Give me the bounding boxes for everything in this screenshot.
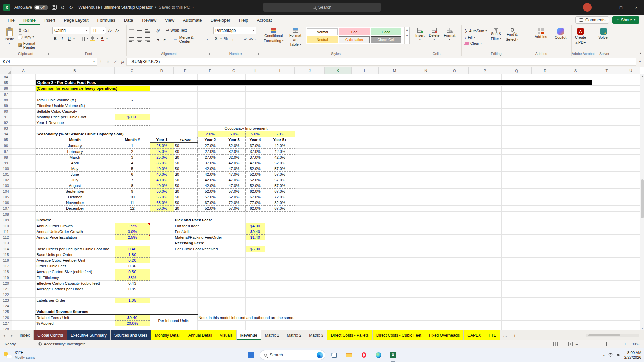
cell-I124[interactable] [265,303,295,309]
collapse-ribbon-button[interactable]: ▴ [640,51,641,55]
cell-H99[interactable]: 47.0% [245,160,265,166]
cell-E124[interactable] [174,303,197,309]
cell-T107[interactable] [592,206,622,212]
document-title[interactable]: Warehouse Fulfillment Startup Operator •… [78,5,194,10]
cell-H127[interactable] [245,321,265,326]
increase-indent-button[interactable]: ▸ [162,36,168,42]
cell-D119[interactable] [150,275,174,281]
cell-U125[interactable] [622,309,640,315]
cell-U115[interactable] [622,252,640,258]
wifi-icon[interactable] [608,353,613,357]
column-header-F[interactable]: F [197,67,223,74]
cell-T102[interactable] [592,177,622,183]
name-box-dropdown-icon[interactable]: ▾ [93,60,95,63]
cell-D108[interactable] [150,212,174,217]
column-header-J[interactable]: J [295,67,325,74]
cell-U118[interactable] [622,269,640,275]
cell-I116[interactable] [265,258,295,263]
cell-S97[interactable] [559,149,592,155]
cell-P110[interactable] [469,223,501,229]
cell-U96[interactable] [622,143,640,149]
cell-N114[interactable] [411,246,441,252]
cell-G104[interactable]: 57.0% [223,189,245,194]
cell-A125[interactable] [12,309,35,315]
cell-J105[interactable] [295,194,325,200]
number-format-select[interactable]: Percentage▾ [213,27,256,34]
cell-H116[interactable] [245,258,265,263]
sheet-tab-direct-costs-pallets[interactable]: Direct Costs - Pallets [327,330,373,340]
cell-R111[interactable] [532,229,559,235]
cell-D89[interactable] [150,103,174,109]
cell-G115[interactable] [223,252,245,258]
cell-Q115[interactable] [501,252,532,258]
cell-M104[interactable] [379,189,411,194]
cell-R121[interactable] [532,286,559,292]
cell-A105[interactable] [12,194,35,200]
cell-Q113[interactable] [501,240,532,246]
formula-bar-expand-button[interactable]: ▾ [636,60,644,63]
row-header-122[interactable]: 122 [0,292,12,298]
cell-I92[interactable] [265,120,295,126]
cell-R94[interactable] [532,131,559,137]
cell-P112[interactable] [469,235,501,240]
cell-D90[interactable] [150,109,174,114]
cell-D101[interactable]: 40.0% [150,172,174,177]
cell-D87[interactable] [150,92,174,97]
cell-D112[interactable] [150,235,174,240]
decrease-indent-button[interactable]: ◂ [155,36,161,42]
cell-R88[interactable] [532,97,559,103]
cell-K87[interactable] [325,92,352,97]
cell-L100[interactable] [352,166,379,172]
ribbon-tab-formulas[interactable]: Formulas [93,15,120,25]
cell-B113[interactable] [35,240,115,246]
cell-N107[interactable] [411,206,441,212]
autosave-toggle[interactable]: AutoSave Off [14,5,48,10]
increase-font-size-button[interactable]: A▴ [107,27,113,34]
row-header-102[interactable]: 102 [0,177,12,183]
cell-L98[interactable] [352,155,379,160]
cell-C123[interactable]: 1.05 [115,298,150,303]
row-header-89[interactable]: 89 [0,103,12,109]
gallery-down-button[interactable]: ▾ [406,34,408,37]
cell-O92[interactable] [441,120,469,126]
cell-C102[interactable]: 7 [115,177,150,183]
borders-button[interactable] [79,36,85,42]
cell-C110[interactable]: 1.5% [115,223,150,229]
cell-Q108[interactable] [501,212,532,217]
cell-T105[interactable] [592,194,622,200]
cell-B109[interactable]: Growth: [35,217,150,223]
cell-P96[interactable] [469,143,501,149]
cell-F117[interactable] [197,263,223,269]
cell-N111[interactable] [411,229,441,235]
cell-D105[interactable]: 55.0% [150,194,174,200]
cell-N102[interactable] [411,177,441,183]
cell-N127[interactable] [411,321,441,326]
cell-K121[interactable] [325,286,352,292]
cell-L86[interactable] [352,86,379,92]
cell-F123[interactable] [197,298,223,303]
cell-K90[interactable] [325,109,352,114]
cell-C84[interactable] [115,74,150,80]
cell-J92[interactable] [295,120,325,126]
cell-Q103[interactable] [501,183,532,189]
cell-B119[interactable]: Fill Efficiency [35,275,115,281]
cell-D84[interactable] [150,74,174,80]
cell-B92[interactable]: Year 1 Revenue [35,120,115,126]
cell-D109[interactable] [150,217,174,223]
cell-Q86[interactable] [501,86,532,92]
cell-style-normal[interactable]: Normal [307,28,338,35]
cell-G91[interactable] [223,114,245,120]
cell-F90[interactable] [197,109,223,114]
cell-I128[interactable] [265,326,295,330]
cell-P94[interactable] [469,131,501,137]
cell-B104[interactable]: September [35,189,115,194]
cell-G123[interactable] [223,298,245,303]
cell-U90[interactable] [622,109,640,114]
row-header-106[interactable]: 106 [0,200,12,206]
cell-C96[interactable]: 1 [115,143,150,149]
cell-P91[interactable] [469,114,501,120]
cell-N115[interactable] [411,252,441,258]
cell-I113[interactable] [265,240,295,246]
cell-C97[interactable]: 2 [115,149,150,155]
volume-icon[interactable] [616,353,621,357]
